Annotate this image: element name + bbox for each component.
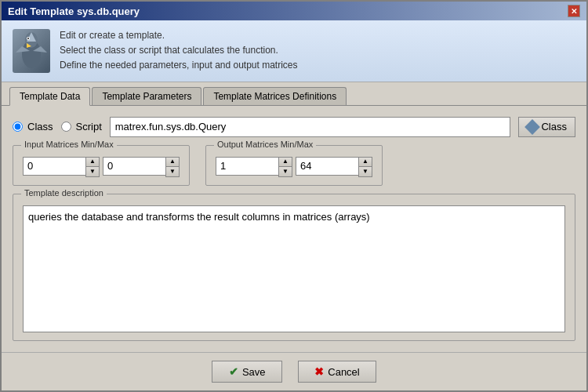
input-matrices-section: Input Matrices Min/Max ▲ ▼ ▲ ▼ (13, 145, 190, 186)
close-button[interactable]: ✕ (568, 5, 580, 17)
main-window: Edit Template sys.db.query ✕ Edit or cre… (0, 0, 588, 392)
input-max-up[interactable]: ▲ (166, 158, 179, 167)
input-max-down[interactable]: ▼ (166, 167, 179, 176)
output-min-spinner: ▲ ▼ (216, 157, 292, 177)
description-label: Template description (21, 188, 107, 198)
input-min-field[interactable] (23, 157, 85, 176)
header-line2: Select the class or script that calculat… (60, 43, 298, 58)
header-line1: Edit or create a template. (60, 28, 298, 43)
check-icon: ✔ (229, 365, 238, 378)
header-panel: Edit or create a template. Select the cl… (2, 20, 586, 82)
save-button[interactable]: ✔ Save (212, 361, 282, 383)
output-matrices-section: Output Matrices Min/Max ▲ ▼ ▲ ▼ (205, 145, 383, 186)
header-line3: Define the needed parameters, input and … (60, 58, 298, 73)
input-min-down[interactable]: ▼ (86, 167, 99, 176)
cancel-label: Cancel (328, 366, 359, 378)
input-max-spin-buttons: ▲ ▼ (165, 157, 180, 177)
input-min-spinner: ▲ ▼ (23, 157, 100, 177)
x-icon: ✖ (314, 365, 324, 378)
output-min-up[interactable]: ▲ (279, 158, 292, 167)
output-max-spinner: ▲ ▼ (296, 157, 372, 177)
input-min-spin-buttons: ▲ ▼ (85, 157, 100, 177)
titlebar: Edit Template sys.db.query ✕ (2, 2, 586, 20)
diamond-icon (525, 119, 541, 135)
tab-template-data[interactable]: Template Data (9, 87, 90, 106)
matrices-row: Input Matrices Min/Max ▲ ▼ ▲ ▼ (13, 145, 575, 186)
class-radio-label[interactable]: Class (27, 121, 53, 132)
tabs-bar: Template Data Template Parameters Templa… (2, 82, 586, 106)
output-matrices-inputs: ▲ ▼ ▲ ▼ (216, 157, 372, 177)
svg-point-6 (27, 38, 29, 39)
content-area: Class Script Class Input Matrices Min/Ma… (2, 106, 586, 352)
tab-template-matrices[interactable]: Template Matrices Definitions (203, 87, 347, 105)
footer: ✔ Save ✖ Cancel (2, 352, 586, 390)
output-max-up[interactable]: ▲ (359, 158, 372, 167)
output-max-spin-buttons: ▲ ▼ (358, 157, 372, 177)
window-title: Edit Template sys.db.query (8, 5, 140, 17)
output-max-field[interactable] (296, 157, 358, 176)
input-matrices-inputs: ▲ ▼ ▲ ▼ (23, 157, 180, 177)
header-text: Edit or create a template. Select the cl… (60, 28, 298, 74)
input-max-spinner: ▲ ▼ (103, 157, 180, 177)
class-radio[interactable] (13, 122, 23, 132)
cancel-button[interactable]: ✖ Cancel (298, 361, 376, 383)
output-min-down[interactable]: ▼ (279, 167, 292, 176)
script-radio-group: Script (61, 121, 102, 132)
description-section: Template description queries the databas… (13, 194, 575, 341)
class-input[interactable] (110, 117, 511, 137)
script-radio[interactable] (61, 122, 71, 132)
input-min-up[interactable]: ▲ (86, 158, 99, 167)
class-button-label: Class (541, 121, 567, 132)
output-matrices-label: Output Matrices Min/Max (214, 140, 316, 149)
class-script-row: Class Script Class (13, 117, 575, 137)
script-radio-label[interactable]: Script (76, 121, 102, 132)
input-max-field[interactable] (103, 157, 165, 176)
input-matrices-label: Input Matrices Min/Max (21, 140, 117, 149)
header-icon (13, 29, 50, 73)
class-radio-group: Class (13, 121, 53, 132)
class-button[interactable]: Class (518, 117, 575, 137)
save-label: Save (242, 366, 266, 378)
tab-template-parameters[interactable]: Template Parameters (92, 87, 201, 105)
output-min-field[interactable] (216, 157, 278, 176)
output-min-spin-buttons: ▲ ▼ (278, 157, 292, 177)
output-max-down[interactable]: ▼ (359, 167, 372, 176)
description-textarea[interactable]: queries the database and transforms the … (23, 205, 565, 332)
